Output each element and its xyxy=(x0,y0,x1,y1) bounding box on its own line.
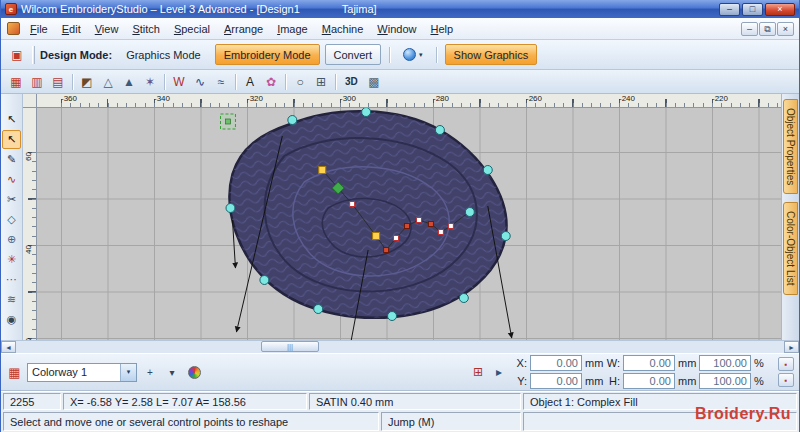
add-colorway-button[interactable]: + xyxy=(141,363,159,381)
mirror-merge-tool[interactable]: ⊕ xyxy=(2,230,21,249)
control-point[interactable] xyxy=(260,276,269,285)
close-button[interactable]: × xyxy=(765,3,795,16)
h-ruler: -360-340-320-300-280-260-240-220 xyxy=(37,94,781,108)
stitch-player-icon[interactable]: ▸ xyxy=(489,363,509,382)
scrollbar-thumb[interactable]: ||| xyxy=(261,341,319,352)
menu-image[interactable]: Image xyxy=(270,20,315,38)
reshape-tool[interactable]: ↖ xyxy=(2,130,21,149)
menu-special[interactable]: Special xyxy=(167,20,217,38)
colorway-menu-button[interactable]: ▾ xyxy=(163,363,181,381)
zoom-tool[interactable]: ◉ xyxy=(2,310,21,329)
select-tool[interactable]: ↖ xyxy=(2,110,21,129)
star-tool-icon[interactable]: ✶ xyxy=(140,72,160,91)
menu-view[interactable]: View xyxy=(88,20,126,38)
node-handle[interactable] xyxy=(405,224,410,229)
scale-h-input[interactable]: 100.00 xyxy=(699,373,751,389)
node-handle[interactable] xyxy=(384,248,389,253)
travel-tool[interactable]: ∿ xyxy=(2,170,21,189)
menu-machine[interactable]: Machine xyxy=(315,20,371,38)
control-point[interactable] xyxy=(388,312,397,321)
motif-stamp-tool[interactable]: ✳ xyxy=(2,250,21,269)
embroidery-mode-button[interactable]: Embroidery Mode xyxy=(215,44,320,65)
show-stitches-icon[interactable]: ▩ xyxy=(364,72,384,91)
menu-help[interactable]: Help xyxy=(423,20,460,38)
input-b-tool-icon[interactable]: ▥ xyxy=(27,72,47,91)
control-point[interactable] xyxy=(459,294,468,303)
control-point[interactable] xyxy=(226,204,235,213)
3d-view-icon[interactable]: 3D xyxy=(340,72,363,91)
menu-file[interactable]: File xyxy=(23,20,55,38)
tab-color-object-list[interactable]: Color-Object List xyxy=(783,202,798,294)
w-input[interactable]: 0.00 xyxy=(623,355,675,371)
node-handle[interactable] xyxy=(416,218,421,223)
menu-window[interactable]: Window xyxy=(370,20,423,38)
control-point[interactable] xyxy=(483,166,492,175)
tab-object-properties[interactable]: Object Properties xyxy=(783,99,798,194)
stitch-edit-tool[interactable]: ✎ xyxy=(2,150,21,169)
h-label: H: xyxy=(606,375,620,387)
graphics-mode-button[interactable]: Graphics Mode xyxy=(117,44,210,65)
zigzag-stitch-tool-icon[interactable]: ≈ xyxy=(211,72,231,91)
child-restore-button[interactable]: ⧉ xyxy=(759,22,776,36)
stitch-marks-tool[interactable]: ⋯ xyxy=(2,270,21,289)
node-handle[interactable] xyxy=(448,224,453,229)
y-input[interactable]: 0.00 xyxy=(530,373,582,389)
control-point[interactable] xyxy=(288,116,297,125)
input-c-tool-icon[interactable]: ▤ xyxy=(48,72,68,91)
colorway-palette-icon[interactable]: ▦ xyxy=(6,364,23,381)
toolbar-separator xyxy=(335,74,336,90)
motif-run-tool-icon[interactable]: W xyxy=(169,72,189,91)
input-a-tool-icon[interactable]: ▦ xyxy=(6,72,26,91)
menu-arrange[interactable]: Arrange xyxy=(217,20,270,38)
canvas-viewport[interactable] xyxy=(37,108,781,340)
menu-edit[interactable]: Edit xyxy=(55,20,88,38)
color-wheel-button[interactable] xyxy=(185,363,203,381)
scrollbar-track[interactable]: ||| xyxy=(16,341,784,353)
run-stitch-tool-icon[interactable]: ∿ xyxy=(190,72,210,91)
shape-node-tool[interactable]: ◇ xyxy=(2,210,21,229)
globe-dropdown-button[interactable]: ▾ xyxy=(398,44,428,65)
triangle-outline-tool-icon[interactable]: △ xyxy=(98,72,118,91)
node-handle[interactable] xyxy=(438,230,443,235)
control-point[interactable] xyxy=(314,305,323,314)
grid-toggle-icon[interactable]: ⊞ xyxy=(311,72,331,91)
node-handle[interactable] xyxy=(350,202,355,207)
show-graphics-button[interactable]: Show Graphics xyxy=(445,44,538,65)
scroll-left-button[interactable]: ◄ xyxy=(1,341,16,353)
embroidery-object[interactable] xyxy=(230,111,507,318)
complex-fill-tool-icon[interactable]: ◩ xyxy=(77,72,97,91)
design-canvas[interactable] xyxy=(37,108,781,340)
child-close-button[interactable]: × xyxy=(777,22,794,36)
menu-stitch[interactable]: Stitch xyxy=(125,20,167,38)
chevron-down-icon[interactable]: ▾ xyxy=(120,364,136,381)
panel-toggle-bottom-icon[interactable]: ▪ xyxy=(778,373,794,387)
corner-handle[interactable] xyxy=(373,233,380,240)
scroll-right-button[interactable]: ► xyxy=(784,341,799,353)
design-document-icon xyxy=(7,22,20,35)
convert-button[interactable]: Convert xyxy=(325,44,382,65)
colorway-select[interactable]: Colorway 1 ▾ xyxy=(27,363,137,382)
maximize-button[interactable]: □ xyxy=(742,3,763,16)
node-handle[interactable] xyxy=(394,236,399,241)
control-point[interactable] xyxy=(465,208,474,217)
design-window-icon[interactable]: ▣ xyxy=(7,45,27,64)
h-ruler-label: -360 xyxy=(61,94,77,103)
control-point[interactable] xyxy=(435,126,444,135)
flower-motif-tool-icon[interactable]: ✿ xyxy=(261,72,281,91)
h-input[interactable]: 0.00 xyxy=(623,373,675,389)
triangle-filled-tool-icon[interactable]: ▲ xyxy=(119,72,139,91)
knife-tool[interactable]: ✂ xyxy=(2,190,21,209)
child-minimize-button[interactable]: – xyxy=(741,22,758,36)
panel-toggle-top-icon[interactable]: ▪ xyxy=(778,357,794,371)
overview-window-icon[interactable]: ⊞ xyxy=(468,363,488,382)
lettering-tool-icon[interactable]: A xyxy=(240,72,260,91)
node-handle[interactable] xyxy=(428,222,433,227)
x-input[interactable]: 0.00 xyxy=(530,355,582,371)
minimize-button[interactable]: – xyxy=(719,3,740,16)
control-point[interactable] xyxy=(362,108,371,117)
corner-handle[interactable] xyxy=(319,167,326,174)
control-point[interactable] xyxy=(501,232,510,241)
scale-w-input[interactable]: 100.00 xyxy=(699,355,751,371)
penetrations-tool[interactable]: ≋ xyxy=(2,290,21,309)
ellipse-tool-icon[interactable]: ○ xyxy=(290,72,310,91)
